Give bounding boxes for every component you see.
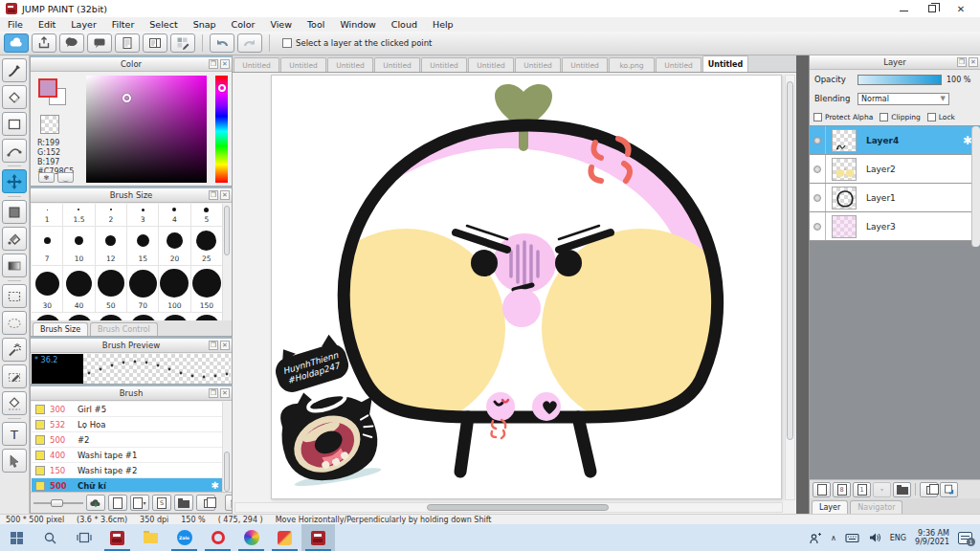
popout-icon[interactable]: ❒: [209, 190, 218, 200]
fill-shape-tool[interactable]: [2, 200, 27, 224]
move-tool[interactable]: [2, 169, 27, 193]
brush-tool[interactable]: [2, 58, 27, 82]
canvas-vertical-scrollbar[interactable]: [785, 75, 795, 500]
new-brush-menu-button[interactable]: ▾: [130, 495, 149, 511]
taskbar-search-button[interactable]: [33, 524, 67, 551]
brush-size-150[interactable]: 150: [191, 266, 223, 313]
canvas-horizontal-scrollbar[interactable]: [234, 502, 783, 513]
layer-visibility-toggle[interactable]: [810, 126, 826, 154]
brush-list-scrollbar[interactable]: [222, 402, 231, 494]
taskbar-app-medibang[interactable]: [100, 524, 134, 551]
doc-tab[interactable]: Untitled: [468, 57, 514, 72]
cloud-brush-button[interactable]: [86, 495, 105, 511]
protect-alpha-checkbox[interactable]: [813, 113, 822, 121]
document-button[interactable]: [115, 33, 140, 53]
select-layer-option[interactable]: Select a layer at the clicked point: [282, 38, 432, 48]
transparent-color-swatch[interactable]: [40, 115, 59, 134]
bucket-tool[interactable]: [2, 227, 27, 251]
people-icon[interactable]: [809, 532, 822, 544]
layer-visibility-toggle[interactable]: [810, 184, 826, 211]
tab-navigator[interactable]: Navigator: [850, 500, 902, 514]
layer-visibility-toggle[interactable]: [810, 155, 826, 183]
restore-button[interactable]: [926, 3, 938, 14]
scrollbar-thumb[interactable]: [224, 206, 230, 255]
taskbar-clock[interactable]: 9:36 AM 9/9/2021: [915, 529, 949, 546]
brush-size-1-5[interactable]: 1.5: [63, 204, 95, 227]
tab-brush-control[interactable]: Brush Control: [90, 322, 158, 336]
text-tool[interactable]: T: [2, 422, 27, 446]
merge-layer-button[interactable]: [940, 482, 958, 497]
volume-icon[interactable]: [868, 532, 881, 543]
brush-size-100[interactable]: 100: [159, 266, 190, 313]
brush-item[interactable]: 532Lọ Hoa: [32, 417, 231, 432]
brush-size-5[interactable]: 5: [191, 204, 223, 227]
brush-item[interactable]: 150Washi tape #2: [32, 463, 231, 478]
layer-folder-button[interactable]: [893, 482, 911, 497]
taskbar-opera[interactable]: [201, 524, 234, 551]
brush-settings-icon[interactable]: ✱: [212, 480, 219, 491]
popout-icon[interactable]: ❒: [209, 341, 218, 350]
menu-select[interactable]: Select: [142, 17, 185, 32]
brush-size-2[interactable]: 2: [96, 204, 127, 227]
menu-layer[interactable]: Layer: [63, 17, 104, 32]
close-panel-icon[interactable]: ✕: [220, 341, 230, 350]
duplicate-brush-button[interactable]: [196, 495, 215, 511]
brush-item[interactable]: 400Washi tape #1: [32, 448, 231, 463]
new-brush-button[interactable]: [108, 495, 127, 511]
cloud-sync-button[interactable]: [4, 33, 29, 53]
brush-folder-button[interactable]: [174, 495, 193, 511]
close-panel-icon[interactable]: ✕: [220, 388, 230, 398]
brush-size-scrollbar[interactable]: [222, 204, 231, 323]
select-pen-tool[interactable]: [2, 364, 27, 388]
opacity-slider[interactable]: [858, 75, 942, 85]
curve-pen-tool[interactable]: [2, 139, 27, 163]
task-view-button[interactable]: [67, 524, 100, 551]
close-panel-icon[interactable]: ✕: [969, 57, 978, 67]
doc-tab[interactable]: Untitled: [656, 57, 702, 72]
share-button[interactable]: [32, 33, 56, 53]
menu-snap[interactable]: Snap: [186, 17, 224, 32]
doc-tab-ko-png[interactable]: ko.png: [609, 57, 655, 72]
brush-size-25[interactable]: 25: [191, 227, 223, 265]
menu-view[interactable]: View: [262, 17, 300, 32]
tab-brush-size[interactable]: Brush Size: [33, 322, 88, 336]
hidden-icons-chevron[interactable]: ∧: [831, 534, 836, 542]
layer-row[interactable]: Layer2: [810, 155, 980, 184]
brush-item[interactable]: 500#2: [32, 432, 231, 448]
doc-tab-active[interactable]: Untitled: [702, 55, 748, 72]
language-indicator[interactable]: ENG: [890, 534, 906, 542]
script-brush-button[interactable]: S: [152, 495, 171, 511]
taskbar-jump-paint-active[interactable]: [301, 524, 335, 551]
panel-divider[interactable]: [796, 55, 809, 514]
brush-size-50[interactable]: 50: [96, 266, 127, 313]
brush-size-12[interactable]: 12: [96, 227, 127, 265]
popout-icon[interactable]: ❒: [209, 388, 218, 398]
magic-wand-tool[interactable]: [2, 338, 27, 362]
doc-tab[interactable]: Untitled: [515, 57, 561, 72]
taskbar-sai-app[interactable]: [268, 524, 301, 551]
brush-size-20[interactable]: 20: [159, 227, 190, 265]
layer-visibility-toggle[interactable]: [810, 212, 826, 240]
hue-cursor[interactable]: [218, 84, 226, 92]
brush-item[interactable]: 300Girl #5: [32, 402, 231, 417]
brush-size-15[interactable]: 15: [127, 227, 159, 265]
lasso-tool[interactable]: [2, 311, 27, 335]
close-panel-icon[interactable]: ✕: [220, 59, 230, 69]
foreground-color-swatch[interactable]: [38, 78, 57, 98]
taskbar-file-explorer[interactable]: [134, 524, 167, 551]
layer-row[interactable]: Layer3: [810, 212, 980, 241]
select-rect-tool[interactable]: [2, 284, 27, 308]
doc-tab[interactable]: Untitled: [280, 57, 326, 72]
lock-checkbox[interactable]: [927, 113, 936, 121]
doc-tab[interactable]: Untitled: [374, 57, 420, 72]
eraser-tool[interactable]: [2, 85, 27, 109]
delete-brush-button[interactable]: [225, 495, 233, 511]
close-panel-icon[interactable]: ✕: [220, 190, 230, 200]
layer-list-scrollbar[interactable]: [971, 126, 980, 247]
saturation-value-picker[interactable]: [86, 76, 207, 183]
brush-size-3[interactable]: 3: [127, 204, 159, 227]
menu-tool[interactable]: Tool: [300, 17, 332, 32]
scrollbar-thumb[interactable]: [224, 452, 230, 492]
brush-size-70[interactable]: 70: [127, 266, 159, 313]
select-layer-checkbox[interactable]: [282, 38, 292, 48]
